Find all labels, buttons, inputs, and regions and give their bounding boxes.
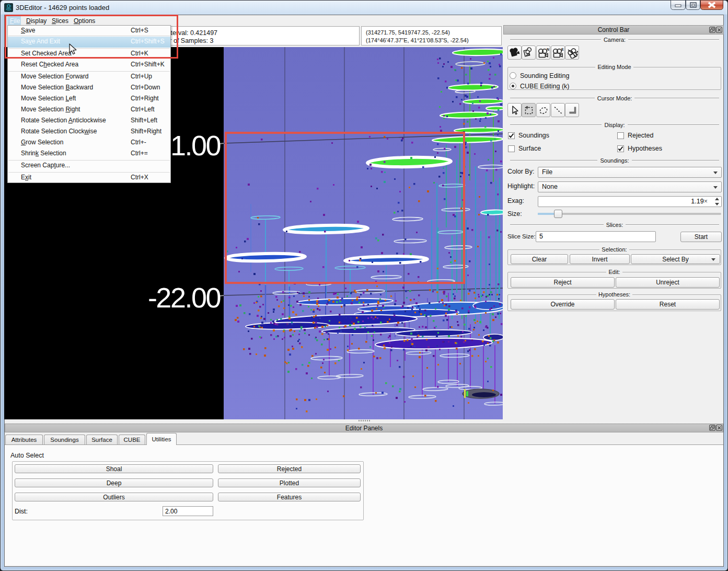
svg-text:E: E: [561, 48, 564, 51]
svg-text:N: N: [547, 48, 549, 51]
